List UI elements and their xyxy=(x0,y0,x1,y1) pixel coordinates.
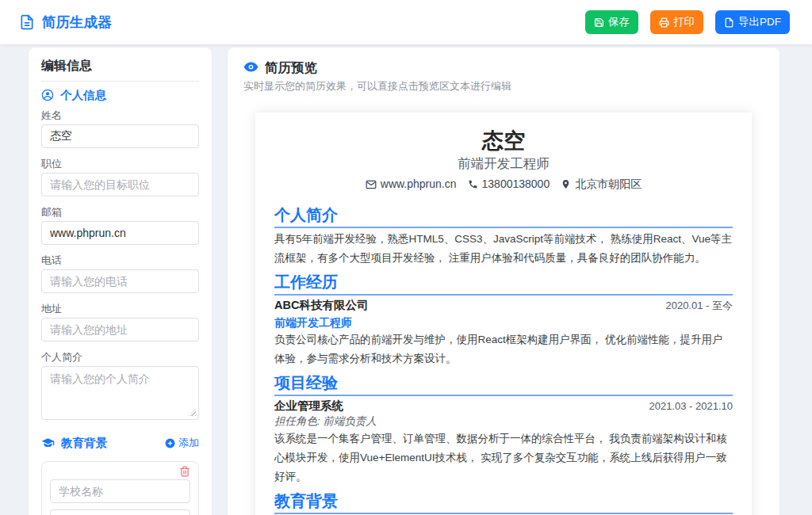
phone-label: 电话 xyxy=(41,255,199,266)
job-field-group: 职位 xyxy=(41,158,199,196)
pdf-file-icon xyxy=(724,17,734,28)
preview-panel-header: 简历预览 xyxy=(243,59,764,74)
name-label: 姓名 xyxy=(41,110,199,121)
education-extra-input[interactable] xyxy=(50,509,190,515)
print-icon xyxy=(659,17,669,28)
phone-field-group: 电话 xyxy=(41,255,199,293)
name-input[interactable] xyxy=(41,124,199,148)
eye-icon xyxy=(243,59,259,74)
resume-work-heading[interactable]: 工作经历 xyxy=(274,274,733,296)
location-pin-icon xyxy=(561,179,571,189)
resume-work-role[interactable]: 前端开发工程师 xyxy=(274,316,733,329)
print-button[interactable]: 打印 xyxy=(650,10,703,34)
edit-panel: 编辑信息 个人信息 姓名 职位 邮箱 电话 地址 个人简介 xyxy=(29,48,212,515)
document-icon xyxy=(19,14,35,30)
email-input[interactable] xyxy=(41,221,199,245)
resume-projects-heading[interactable]: 项目经验 xyxy=(274,375,733,396)
save-button[interactable]: 保存 xyxy=(585,10,638,34)
address-field-group: 地址 xyxy=(41,303,199,341)
resume-projects-section: 项目经验 企业管理系统 2021.03 - 2021.10 担任角色: 前端负责… xyxy=(274,375,733,486)
page-content: 编辑信息 个人信息 姓名 职位 邮箱 电话 地址 个人简介 xyxy=(0,44,812,515)
email-label: 邮箱 xyxy=(41,207,199,218)
resume-project-name[interactable]: 企业管理系统 xyxy=(274,399,343,413)
app-title: 简历生成器 xyxy=(42,13,112,32)
graduation-cap-icon xyxy=(41,437,55,450)
plus-circle-icon xyxy=(165,438,175,448)
mail-icon xyxy=(366,179,377,190)
education-section-header: 教育背景 添加 xyxy=(41,436,199,450)
summary-field-group: 个人简介 xyxy=(41,352,199,420)
resume-contact-address[interactable]: 北京市朝阳区 xyxy=(561,178,642,190)
edit-panel-title: 编辑信息 xyxy=(41,59,199,82)
resume-work-desc[interactable]: 负责公司核心产品的前端开发与维护，使用React框架构建用户界面， 优化前端性能… xyxy=(274,330,733,368)
resume-project-desc[interactable]: 该系统是一个集客户管理、订单管理、数据分析于一体的综合性平台， 我负责前端架构设… xyxy=(274,429,733,486)
job-input[interactable] xyxy=(41,173,199,196)
school-name-input[interactable] xyxy=(50,479,190,503)
education-section-title: 教育背景 xyxy=(41,437,107,450)
address-label: 地址 xyxy=(41,303,199,315)
resume-project-date[interactable]: 2021.03 - 2021.10 xyxy=(649,400,733,412)
preview-panel: 简历预览 实时显示您的简历效果，可以直接点击预览区文本进行编辑 态空 前端开发工… xyxy=(228,48,779,515)
resume-contacts: www.phprun.cn 13800138000 北京市朝阳区 xyxy=(274,178,733,190)
resume-education-heading[interactable]: 教育背景 xyxy=(274,493,733,514)
job-label: 职位 xyxy=(41,158,199,170)
resume-contact-phone[interactable]: 13800138000 xyxy=(468,178,550,190)
phone-input[interactable] xyxy=(41,269,199,293)
resume-contact-email[interactable]: www.phprun.cn xyxy=(366,178,457,190)
resume-job-title[interactable]: 前端开发工程师 xyxy=(274,157,733,170)
app-header: 简历生成器 保存 打印 导出PDF xyxy=(0,0,812,44)
resume-project-role[interactable]: 担任角色: 前端负责人 xyxy=(274,415,733,428)
delete-education-icon[interactable] xyxy=(179,466,190,477)
education-item-card xyxy=(41,461,199,515)
resume-summary-text[interactable]: 具有5年前端开发经验，熟悉HTML5、CSS3、JavaScript等前端技术，… xyxy=(274,230,733,268)
resume-summary-section: 个人简介 具有5年前端开发经验，熟悉HTML5、CSS3、JavaScript等… xyxy=(274,207,733,268)
user-icon xyxy=(41,89,54,101)
email-field-group: 邮箱 xyxy=(41,207,199,245)
app-brand: 简历生成器 xyxy=(19,13,112,32)
resume-summary-heading[interactable]: 个人简介 xyxy=(274,207,733,228)
resume-work-company[interactable]: ABC科技有限公司 xyxy=(274,299,368,312)
preview-hint: 实时显示您的简历效果，可以直接点击预览区文本进行编辑 xyxy=(243,81,764,92)
phone-icon xyxy=(468,179,478,189)
name-field-group: 姓名 xyxy=(41,110,199,148)
resume-preview[interactable]: 态空 前端开发工程师 www.phprun.cn 13800138000 北京市… xyxy=(255,113,752,515)
header-actions: 保存 打印 导出PDF xyxy=(573,10,790,34)
summary-label: 个人简介 xyxy=(41,352,199,363)
resume-work-section: 工作经历 ABC科技有限公司 2020.01 - 至今 前端开发工程师 负责公司… xyxy=(274,274,733,368)
add-education-button[interactable]: 添加 xyxy=(165,436,199,450)
personal-info-section-header: 个人信息 xyxy=(41,89,199,101)
resume-education-section: 教育背景 北京大学 2016.09 - 2020.06 xyxy=(274,493,733,515)
address-input[interactable] xyxy=(41,318,199,341)
resume-name[interactable]: 态空 xyxy=(274,130,733,152)
summary-textarea[interactable] xyxy=(41,366,199,420)
resume-work-date[interactable]: 2020.01 - 至今 xyxy=(665,299,733,313)
save-icon xyxy=(594,17,604,28)
export-pdf-button[interactable]: 导出PDF xyxy=(715,10,790,34)
